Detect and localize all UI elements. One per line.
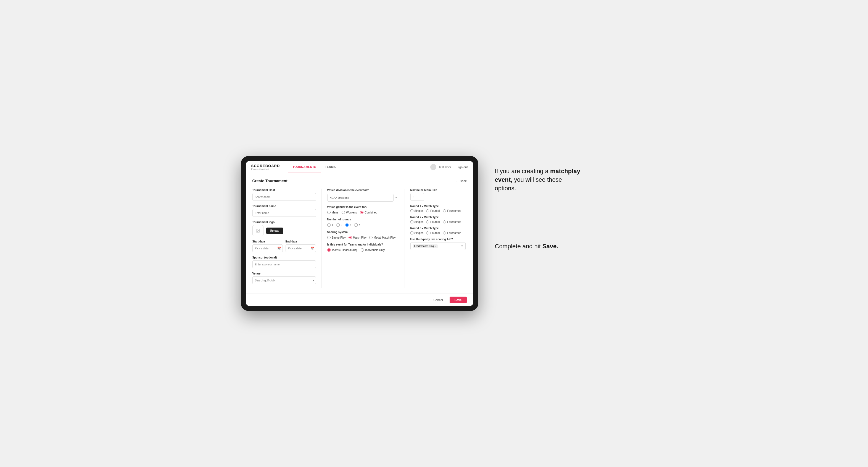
- third-party-value: Leaderboard King: [414, 245, 434, 247]
- save-button[interactable]: Save: [450, 297, 467, 303]
- scoring-match-label: Match Play: [353, 236, 367, 239]
- tournament-host-field: Tournament Host: [252, 189, 316, 201]
- sponsor-input[interactable]: [252, 260, 316, 268]
- max-team-size-input[interactable]: [410, 193, 424, 201]
- round-3[interactable]: 3: [345, 223, 351, 227]
- sponsor-label: Sponsor (optional): [252, 256, 316, 259]
- round-2[interactable]: 2: [336, 223, 342, 227]
- round2-foursomes-radio[interactable]: [443, 220, 446, 223]
- nav-teams[interactable]: TEAMS: [321, 161, 340, 173]
- round2-singles-radio[interactable]: [410, 220, 413, 223]
- round3-fourball[interactable]: Fourball: [426, 231, 440, 235]
- rounds-radio-group: 1 2 3: [327, 223, 399, 227]
- third-party-select[interactable]: Leaderboard King × ▲ ▼: [410, 242, 466, 250]
- third-party-tag: Leaderboard King ×: [413, 244, 438, 248]
- round3-fourball-radio[interactable]: [426, 231, 429, 235]
- form-body: Tournament Host Tournament name Tourname…: [252, 189, 467, 288]
- gender-mens-radio[interactable]: [327, 211, 331, 214]
- tournament-name-field: Tournament name: [252, 205, 316, 217]
- scoring-field: Scoring system Stroke Play Match Play: [327, 230, 399, 239]
- tournament-name-label: Tournament name: [252, 205, 316, 208]
- max-team-size-field: Maximum Team Size: [410, 189, 467, 201]
- round2-fourball[interactable]: Fourball: [426, 220, 440, 223]
- individuals-radio[interactable]: [361, 248, 364, 252]
- save-annotation: Complete and hit Save.: [495, 242, 583, 251]
- round2-label: Round 2 - Match Type: [410, 216, 467, 219]
- page-wrapper: SCOREBOARD Powered by clippt TOURNAMENTS…: [241, 156, 627, 311]
- gender-mens[interactable]: Mens: [327, 211, 338, 214]
- round-1[interactable]: 1: [327, 223, 334, 227]
- nav-right: Test User | Sign out: [430, 164, 468, 170]
- tablet-screen: SCOREBOARD Powered by clippt TOURNAMENTS…: [246, 161, 473, 306]
- round1-foursomes[interactable]: Foursomes: [443, 209, 461, 212]
- annotation-save-bold: Save.: [542, 243, 558, 250]
- round3-foursomes[interactable]: Foursomes: [443, 231, 461, 235]
- tag-close-icon[interactable]: ×: [435, 245, 436, 248]
- gender-combined-label: Combined: [365, 211, 377, 214]
- scoring-radio-group: Stroke Play Match Play Medal Match Play: [327, 236, 399, 239]
- gender-womens-label: Womens: [346, 211, 357, 214]
- round2-match-type: Round 2 - Match Type Singles Fourball: [410, 216, 467, 223]
- right-column: Maximum Team Size Round 1 - Match Type S…: [410, 189, 467, 288]
- gender-combined-radio[interactable]: [360, 211, 364, 214]
- gender-womens-radio[interactable]: [342, 211, 345, 214]
- logo-placeholder: [252, 225, 264, 236]
- scoring-match[interactable]: Match Play: [348, 236, 367, 239]
- third-party-arrows-icon: ▲ ▼: [461, 244, 463, 248]
- division-select[interactable]: NCAA Division I: [327, 194, 394, 201]
- round3-singles-radio[interactable]: [410, 231, 413, 235]
- round1-singles-radio[interactable]: [410, 209, 413, 212]
- rounds-2-radio[interactable]: [336, 223, 340, 227]
- scoring-medal-radio[interactable]: [369, 236, 373, 239]
- form-header: Create Tournament ← Back: [252, 179, 467, 183]
- scoring-stroke-radio[interactable]: [327, 236, 331, 239]
- avatar: [430, 164, 436, 170]
- select-arrow-icon: ▾: [396, 196, 397, 199]
- signout-link[interactable]: Sign out: [457, 165, 468, 169]
- round1-fourball[interactable]: Fourball: [426, 209, 440, 212]
- svg-point-1: [257, 230, 257, 230]
- tournament-host-input[interactable]: [252, 193, 316, 201]
- matchplay-annotation: If you are creating a matchplay event, y…: [495, 167, 583, 192]
- form-footer: Cancel Save: [246, 293, 473, 306]
- logo-area: Upload: [252, 225, 316, 236]
- nav-separator: |: [454, 165, 454, 169]
- round3-singles[interactable]: Singles: [410, 231, 424, 235]
- round2-foursomes[interactable]: Foursomes: [443, 220, 461, 223]
- round1-foursomes-radio[interactable]: [443, 209, 446, 212]
- rounds-4-radio[interactable]: [354, 223, 358, 227]
- scoring-medal[interactable]: Medal Match Play: [369, 236, 396, 239]
- rounds-1-label: 1: [332, 223, 334, 226]
- round1-singles[interactable]: Singles: [410, 209, 424, 212]
- nav-tournaments[interactable]: TOURNAMENTS: [288, 161, 320, 173]
- tournament-name-input[interactable]: [252, 209, 316, 217]
- cancel-button[interactable]: Cancel: [430, 297, 447, 303]
- start-date-label: Start date: [252, 240, 283, 243]
- round1-fourball-label: Fourball: [430, 209, 440, 212]
- individuals-option[interactable]: Individuals Only: [361, 248, 385, 252]
- form-title: Create Tournament: [252, 179, 287, 183]
- rounds-1-radio[interactable]: [327, 223, 331, 227]
- round-4[interactable]: 4: [354, 223, 361, 227]
- round2-fourball-radio[interactable]: [426, 220, 429, 223]
- scoring-stroke[interactable]: Stroke Play: [327, 236, 346, 239]
- gender-label: Which gender is the event for?: [327, 206, 399, 209]
- scoring-match-radio[interactable]: [348, 236, 352, 239]
- individuals-label: Individuals Only: [365, 249, 385, 252]
- third-party-section: Use third-party live scoring API? Leader…: [410, 238, 467, 250]
- teams-option[interactable]: Teams (+Individuals): [327, 248, 357, 252]
- rounds-field: Number of rounds 1 2: [327, 218, 399, 227]
- calendar-icon-end: 📅: [310, 247, 314, 250]
- round1-fourball-radio[interactable]: [426, 209, 429, 212]
- rounds-3-radio[interactable]: [345, 223, 349, 227]
- tournament-logo-label: Tournament logo: [252, 221, 316, 224]
- upload-button[interactable]: Upload: [266, 227, 283, 234]
- round3-foursomes-radio[interactable]: [443, 231, 446, 235]
- back-link[interactable]: ← Back: [456, 179, 467, 183]
- gender-combined[interactable]: Combined: [360, 211, 377, 214]
- teams-radio[interactable]: [327, 248, 331, 252]
- gender-womens[interactable]: Womens: [342, 211, 357, 214]
- venue-input[interactable]: [252, 276, 316, 284]
- round3-match-type: Round 3 - Match Type Singles Fourball: [410, 227, 467, 235]
- round2-singles[interactable]: Singles: [410, 220, 424, 223]
